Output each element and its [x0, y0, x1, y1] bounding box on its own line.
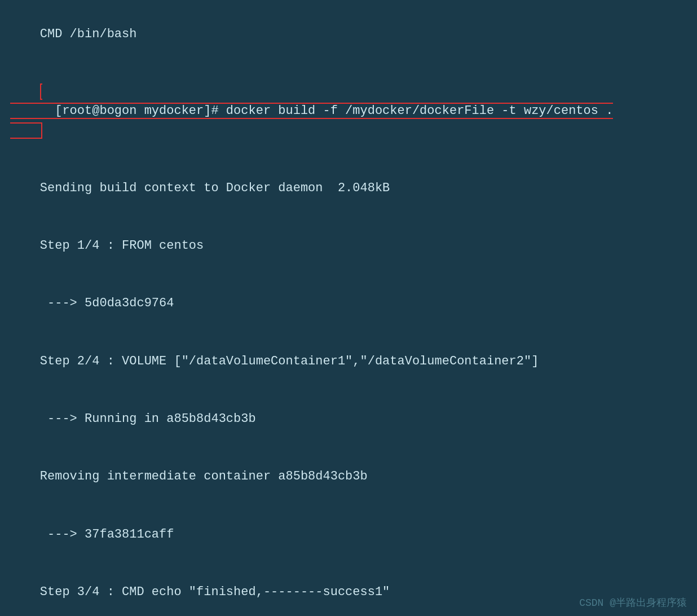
step2-removing-text: Removing intermediate container a85b8d43…	[40, 469, 368, 483]
line-step1-result: ---> 5d0da3dc9764	[10, 275, 687, 332]
watermark-text: CSDN @半路出身程序猿	[579, 597, 687, 609]
line-step2-running: ---> Running in a85b8d43cb3b	[10, 390, 687, 448]
line-sending: Sending build context to Docker daemon 2…	[10, 160, 687, 217]
line-step2: Step 2/4 : VOLUME ["/dataVolumeContainer…	[10, 333, 687, 390]
line-0: CMD /bin/bash	[10, 6, 687, 63]
command-highlight: [root@bogon mydocker]# docker build -f /…	[10, 83, 613, 138]
line-text-0: CMD /bin/bash	[40, 27, 137, 41]
line-step2-result: ---> 37fa3811caff	[10, 505, 687, 563]
step2-result-text: ---> 37fa3811caff	[40, 527, 174, 542]
line-step2-removing: Removing intermediate container a85b8d43…	[10, 448, 687, 505]
line-command: [root@bogon mydocker]# docker build -f /…	[10, 63, 687, 159]
line-step1: Step 1/4 : FROM centos	[10, 217, 687, 275]
line-text-sending: Sending build context to Docker daemon 2…	[40, 181, 390, 195]
terminal-window: CMD /bin/bash [root@bogon mydocker]# doc…	[0, 0, 697, 616]
watermark: CSDN @半路出身程序猿	[579, 596, 687, 609]
step1-result-text: ---> 5d0da3dc9764	[40, 296, 174, 310]
step2-running-text: ---> Running in a85b8d43cb3b	[40, 412, 256, 426]
command-text: [root@bogon mydocker]# docker build -f /…	[55, 104, 613, 118]
step2-text: Step 2/4 : VOLUME ["/dataVolumeContainer…	[40, 354, 539, 368]
step3-text: Step 3/4 : CMD echo "finished,--------su…	[40, 585, 390, 599]
step1-text: Step 1/4 : FROM centos	[40, 239, 204, 253]
